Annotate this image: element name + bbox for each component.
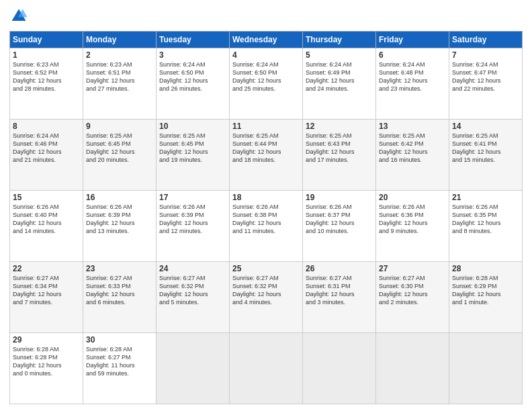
day-info: Sunrise: 6:24 AMSunset: 6:50 PMDaylight:… [232, 60, 300, 93]
calendar-cell [303, 333, 376, 404]
day-number: 26 [306, 264, 373, 273]
day-header-wednesday: Wednesday [230, 32, 303, 48]
day-info: Sunrise: 6:27 AMSunset: 6:34 PMDaylight:… [13, 274, 80, 307]
day-number: 18 [232, 193, 300, 202]
day-number: 24 [159, 264, 226, 273]
day-info: Sunrise: 6:25 AMSunset: 6:42 PMDaylight:… [379, 132, 446, 165]
calendar-cell: 1Sunrise: 6:23 AMSunset: 6:52 PMDaylight… [10, 48, 83, 120]
calendar-cell: 22Sunrise: 6:27 AMSunset: 6:34 PMDayligh… [10, 262, 83, 333]
day-number: 21 [452, 193, 519, 202]
day-number: 3 [159, 50, 226, 60]
day-number: 10 [159, 122, 226, 131]
calendar-cell: 19Sunrise: 6:26 AMSunset: 6:37 PMDayligh… [303, 191, 376, 262]
calendar-cell: 3Sunrise: 6:24 AMSunset: 6:50 PMDaylight… [157, 48, 230, 120]
day-info: Sunrise: 6:24 AMSunset: 6:49 PMDaylight:… [306, 60, 373, 93]
day-header-thursday: Thursday [303, 32, 376, 48]
calendar-week-row: 8Sunrise: 6:24 AMSunset: 6:46 PMDaylight… [10, 120, 523, 191]
calendar-cell: 27Sunrise: 6:27 AMSunset: 6:30 PMDayligh… [376, 262, 449, 333]
day-info: Sunrise: 6:23 AMSunset: 6:52 PMDaylight:… [13, 60, 80, 93]
day-info: Sunrise: 6:26 AMSunset: 6:38 PMDaylight:… [232, 203, 300, 236]
day-info: Sunrise: 6:23 AMSunset: 6:51 PMDaylight:… [86, 60, 153, 93]
day-info: Sunrise: 6:24 AMSunset: 6:47 PMDaylight:… [452, 60, 519, 93]
calendar-cell: 23Sunrise: 6:27 AMSunset: 6:33 PMDayligh… [83, 262, 157, 333]
day-number: 16 [86, 193, 153, 202]
day-number: 13 [379, 122, 446, 131]
calendar-cell: 20Sunrise: 6:26 AMSunset: 6:36 PMDayligh… [376, 191, 449, 262]
day-header-tuesday: Tuesday [157, 32, 230, 48]
calendar-cell: 4Sunrise: 6:24 AMSunset: 6:50 PMDaylight… [230, 48, 303, 120]
day-number: 29 [13, 335, 80, 345]
calendar-cell [230, 333, 303, 404]
calendar-cell [157, 333, 230, 404]
day-info: Sunrise: 6:24 AMSunset: 6:50 PMDaylight:… [159, 60, 226, 93]
calendar-header-row: SundayMondayTuesdayWednesdayThursdayFrid… [10, 32, 523, 48]
calendar-cell: 25Sunrise: 6:27 AMSunset: 6:32 PMDayligh… [230, 262, 303, 333]
calendar-cell: 8Sunrise: 6:24 AMSunset: 6:46 PMDaylight… [10, 120, 83, 191]
logo [9, 7, 30, 26]
day-header-friday: Friday [376, 32, 449, 48]
calendar-week-row: 22Sunrise: 6:27 AMSunset: 6:34 PMDayligh… [10, 262, 523, 333]
day-info: Sunrise: 6:26 AMSunset: 6:40 PMDaylight:… [13, 203, 80, 236]
day-number: 8 [13, 122, 80, 131]
day-number: 4 [232, 50, 300, 60]
calendar-cell: 17Sunrise: 6:26 AMSunset: 6:39 PMDayligh… [157, 191, 230, 262]
day-info: Sunrise: 6:27 AMSunset: 6:31 PMDaylight:… [306, 274, 373, 307]
calendar-cell: 9Sunrise: 6:25 AMSunset: 6:45 PMDaylight… [83, 120, 157, 191]
calendar-cell: 16Sunrise: 6:26 AMSunset: 6:39 PMDayligh… [83, 191, 157, 262]
day-info: Sunrise: 6:26 AMSunset: 6:39 PMDaylight:… [159, 203, 226, 236]
calendar-cell: 28Sunrise: 6:28 AMSunset: 6:29 PMDayligh… [449, 262, 523, 333]
calendar-cell [376, 333, 449, 404]
calendar-cell: 15Sunrise: 6:26 AMSunset: 6:40 PMDayligh… [10, 191, 83, 262]
calendar-cell: 21Sunrise: 6:26 AMSunset: 6:35 PMDayligh… [449, 191, 523, 262]
calendar-cell: 5Sunrise: 6:24 AMSunset: 6:49 PMDaylight… [303, 48, 376, 120]
day-info: Sunrise: 6:25 AMSunset: 6:45 PMDaylight:… [86, 132, 153, 165]
day-number: 19 [306, 193, 373, 202]
day-number: 28 [452, 264, 519, 273]
calendar-cell: 11Sunrise: 6:25 AMSunset: 6:44 PMDayligh… [230, 120, 303, 191]
page: SundayMondayTuesdayWednesdayThursdayFrid… [0, 0, 532, 411]
day-info: Sunrise: 6:26 AMSunset: 6:36 PMDaylight:… [379, 203, 446, 236]
day-number: 22 [13, 264, 80, 273]
day-number: 7 [452, 50, 519, 60]
day-info: Sunrise: 6:27 AMSunset: 6:32 PMDaylight:… [159, 274, 226, 307]
day-info: Sunrise: 6:27 AMSunset: 6:33 PMDaylight:… [86, 274, 153, 307]
day-number: 5 [306, 50, 373, 60]
day-info: Sunrise: 6:26 AMSunset: 6:39 PMDaylight:… [86, 203, 153, 236]
day-header-sunday: Sunday [10, 32, 83, 48]
day-info: Sunrise: 6:24 AMSunset: 6:48 PMDaylight:… [379, 60, 446, 93]
day-number: 14 [452, 122, 519, 131]
day-info: Sunrise: 6:25 AMSunset: 6:45 PMDaylight:… [159, 132, 226, 165]
day-info: Sunrise: 6:25 AMSunset: 6:44 PMDaylight:… [232, 132, 300, 165]
calendar-table: SundayMondayTuesdayWednesdayThursdayFrid… [9, 31, 523, 404]
day-number: 30 [86, 335, 153, 345]
calendar-cell: 18Sunrise: 6:26 AMSunset: 6:38 PMDayligh… [230, 191, 303, 262]
calendar-week-row: 15Sunrise: 6:26 AMSunset: 6:40 PMDayligh… [10, 191, 523, 262]
calendar-cell: 6Sunrise: 6:24 AMSunset: 6:48 PMDaylight… [376, 48, 449, 120]
calendar-cell: 7Sunrise: 6:24 AMSunset: 6:47 PMDaylight… [449, 48, 523, 120]
day-info: Sunrise: 6:28 AMSunset: 6:27 PMDaylight:… [86, 345, 153, 378]
calendar-cell: 10Sunrise: 6:25 AMSunset: 6:45 PMDayligh… [157, 120, 230, 191]
calendar-week-row: 1Sunrise: 6:23 AMSunset: 6:52 PMDaylight… [10, 48, 523, 120]
day-number: 23 [86, 264, 153, 273]
calendar-cell: 29Sunrise: 6:28 AMSunset: 6:28 PMDayligh… [10, 333, 83, 404]
day-number: 27 [379, 264, 446, 273]
calendar-cell: 30Sunrise: 6:28 AMSunset: 6:27 PMDayligh… [83, 333, 157, 404]
calendar-cell: 26Sunrise: 6:27 AMSunset: 6:31 PMDayligh… [303, 262, 376, 333]
day-number: 9 [86, 122, 153, 131]
day-info: Sunrise: 6:28 AMSunset: 6:29 PMDaylight:… [452, 274, 519, 307]
day-number: 20 [379, 193, 446, 202]
day-number: 1 [13, 50, 80, 60]
day-number: 25 [232, 264, 300, 273]
day-info: Sunrise: 6:27 AMSunset: 6:32 PMDaylight:… [232, 274, 300, 307]
calendar-cell: 14Sunrise: 6:25 AMSunset: 6:41 PMDayligh… [449, 120, 523, 191]
day-info: Sunrise: 6:27 AMSunset: 6:30 PMDaylight:… [379, 274, 446, 307]
day-info: Sunrise: 6:28 AMSunset: 6:28 PMDaylight:… [13, 345, 80, 378]
day-info: Sunrise: 6:26 AMSunset: 6:35 PMDaylight:… [452, 203, 519, 236]
day-number: 11 [232, 122, 300, 131]
day-number: 15 [13, 193, 80, 202]
day-header-monday: Monday [83, 32, 157, 48]
day-number: 2 [86, 50, 153, 60]
calendar-cell: 2Sunrise: 6:23 AMSunset: 6:51 PMDaylight… [83, 48, 157, 120]
day-number: 6 [379, 50, 446, 60]
day-info: Sunrise: 6:26 AMSunset: 6:37 PMDaylight:… [306, 203, 373, 236]
